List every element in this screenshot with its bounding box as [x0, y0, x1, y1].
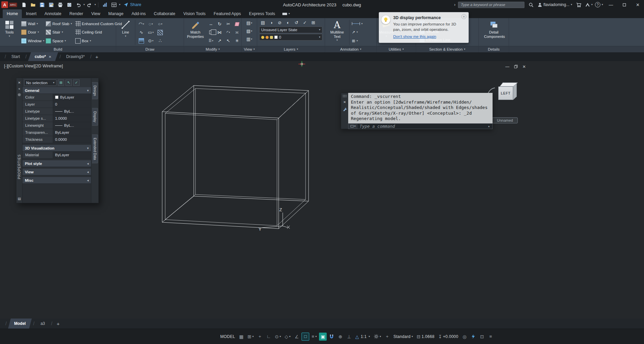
- redo-icon[interactable]: [85, 1, 94, 8]
- explode-tool-icon[interactable]: ✳: [233, 37, 241, 45]
- fillet-tool-icon[interactable]: ◜▾: [224, 28, 232, 36]
- tab-insert[interactable]: Insert: [22, 9, 40, 18]
- tab-vision-tools[interactable]: Vision Tools: [179, 9, 210, 18]
- layout-tab-model[interactable]: Model: [8, 319, 32, 329]
- gradient-tool-icon[interactable]: [137, 37, 146, 45]
- tools-button[interactable]: Tools ▾: [2, 19, 17, 46]
- window-button[interactable]: Window▾: [20, 37, 43, 45]
- display-configuration-button[interactable]: Standard▾: [392, 333, 414, 341]
- lineweight-value[interactable]: ByL...: [53, 122, 91, 129]
- undo-icon[interactable]: [74, 1, 83, 8]
- selection-combo[interactable]: No selection ▾: [24, 79, 56, 86]
- customization-icon[interactable]: ≡: [487, 333, 495, 341]
- dynamic-input-icon[interactable]: +: [256, 333, 264, 341]
- section-elevation-panel-label[interactable]: Section & Elevation▾: [416, 46, 478, 52]
- object-snap-2d-icon[interactable]: □: [302, 333, 309, 341]
- palette-autohide-icon[interactable]: «: [16, 85, 22, 92]
- viewcube-ucs-menu[interactable]: Unnamed: [492, 117, 518, 123]
- camera-view-icon[interactable]: ▥▾: [246, 35, 252, 43]
- tab-design[interactable]: Design: [92, 82, 98, 99]
- new-drawing-tab-button[interactable]: +: [93, 52, 101, 61]
- palette-title[interactable]: PROPERTIES: [17, 154, 21, 179]
- section-general[interactable]: General▾: [22, 87, 91, 94]
- save-icon[interactable]: [38, 1, 46, 8]
- details-panel-label[interactable]: Details: [479, 46, 509, 52]
- layer-off-icon[interactable]: ◑: [268, 19, 275, 26]
- layout-icon[interactable]: [110, 1, 118, 8]
- rectangle-tool-icon[interactable]: ▭▾: [146, 28, 155, 36]
- viewport-minimize-icon[interactable]: —: [505, 64, 509, 69]
- layer-previous-icon[interactable]: ↺: [293, 19, 300, 26]
- build-panel-label[interactable]: Build: [0, 46, 116, 52]
- command-close-icon[interactable]: ✕: [343, 100, 346, 104]
- view-panel-label[interactable]: View▾: [242, 46, 257, 52]
- graphics-performance-icon[interactable]: [469, 333, 477, 341]
- modify-panel-label[interactable]: Modify▾: [184, 46, 241, 52]
- tab-home[interactable]: Home: [3, 9, 22, 18]
- palette-close-icon[interactable]: ✕: [16, 79, 22, 85]
- elevation-button[interactable]: ↧+0.0000: [437, 333, 460, 341]
- layer-match-icon[interactable]: ✓: [301, 19, 309, 26]
- undo-dropdown-icon[interactable]: ▾: [83, 3, 85, 6]
- thickness-value[interactable]: 0.0000: [53, 136, 91, 143]
- tab-manage[interactable]: Manage: [104, 9, 128, 18]
- line-button[interactable]: Line ▾: [118, 19, 133, 46]
- ceiling-grid-button[interactable]: Ceiling Grid: [75, 28, 122, 36]
- plot-icon[interactable]: [56, 1, 64, 8]
- search-expand-icon[interactable]: ›: [454, 2, 456, 7]
- annotation-scale-button[interactable]: △1:1▾: [354, 333, 371, 341]
- hatch-tool-icon[interactable]: [156, 28, 165, 36]
- color-value[interactable]: ByLayer: [53, 94, 91, 101]
- revision-cloud-icon[interactable]: ◌▾: [146, 20, 155, 28]
- section-view[interactable]: View◂: [22, 169, 91, 175]
- qat-customize-icon[interactable]: ▾: [119, 3, 120, 6]
- current-layer-combo[interactable]: 0 ▾: [259, 34, 322, 41]
- linetype-value[interactable]: ByL...: [53, 108, 91, 115]
- file-tab-cubo[interactable]: cubo*✕: [28, 52, 58, 61]
- app-menu-button[interactable]: A ARC: [1, 1, 17, 8]
- enhanced-custom-grid-button[interactable]: Enhanced Custom Grid: [75, 20, 122, 28]
- workspace-gear-button[interactable]: ▾: [372, 333, 382, 341]
- model-space-button[interactable]: MODEL: [219, 333, 236, 341]
- stair-button[interactable]: Stair▾: [45, 28, 73, 36]
- select-objects-icon[interactable]: ↖: [65, 79, 72, 86]
- search-icon[interactable]: [527, 1, 535, 8]
- cube-wireframe[interactable]: [162, 85, 309, 229]
- erase-tool-icon[interactable]: [233, 20, 241, 28]
- notification-close-icon[interactable]: ✕: [461, 14, 466, 19]
- file-tab-close-icon[interactable]: ✕: [49, 55, 51, 59]
- layer-color-swatch[interactable]: [274, 36, 278, 39]
- move-tool-icon[interactable]: ↔: [207, 20, 215, 28]
- layer-value[interactable]: 0: [53, 101, 91, 108]
- help-button[interactable]: ?▾: [595, 2, 603, 7]
- leader-button[interactable]: ↗▾: [351, 28, 363, 36]
- osnap-3d-icon[interactable]: ⊕: [336, 333, 344, 341]
- tab-add-ins[interactable]: Add-ins: [128, 9, 150, 18]
- open-file-icon[interactable]: [29, 1, 37, 8]
- circle-tool-icon[interactable]: ○▾: [156, 20, 165, 28]
- palette-settings-icon[interactable]: [16, 92, 22, 98]
- ortho-mode-icon[interactable]: ∟: [265, 333, 273, 341]
- layer-properties-icon[interactable]: ▤: [259, 19, 267, 26]
- layer-on-icon[interactable]: [261, 36, 264, 39]
- tab-render[interactable]: Render: [65, 9, 87, 18]
- osnap-icon[interactable]: [328, 333, 335, 341]
- isolate-objects-icon[interactable]: ◎: [461, 333, 468, 341]
- match-properties-button[interactable]: Match Properties: [186, 19, 205, 46]
- plot-chart-icon[interactable]: [101, 1, 109, 8]
- annotation-panel-label[interactable]: Annotation▾: [325, 46, 376, 52]
- redo-dropdown-icon[interactable]: ▾: [94, 3, 96, 6]
- palette-display-icon[interactable]: ▤: [16, 195, 22, 202]
- layout-tab-a3[interactable]: a3: [36, 319, 50, 329]
- roof-slab-button[interactable]: Roof Slab▾: [45, 20, 73, 28]
- layer-sun-icon[interactable]: [266, 36, 269, 39]
- layer-isolate-icon[interactable]: ◐: [284, 19, 292, 26]
- stretch-tool-icon[interactable]: ↖: [224, 37, 232, 45]
- layers-panel-label[interactable]: Layers▾: [257, 46, 325, 52]
- ellipse-tool-icon[interactable]: ⊙▾: [146, 37, 155, 45]
- space-button[interactable]: Space▾: [45, 37, 73, 45]
- multiline-text-button[interactable]: A Multiline Text ▾: [327, 19, 348, 46]
- dont-show-again-link[interactable]: Don't show me this again: [393, 35, 436, 39]
- table-button[interactable]: ⊞▾: [351, 37, 363, 45]
- command-input[interactable]: [358, 123, 486, 129]
